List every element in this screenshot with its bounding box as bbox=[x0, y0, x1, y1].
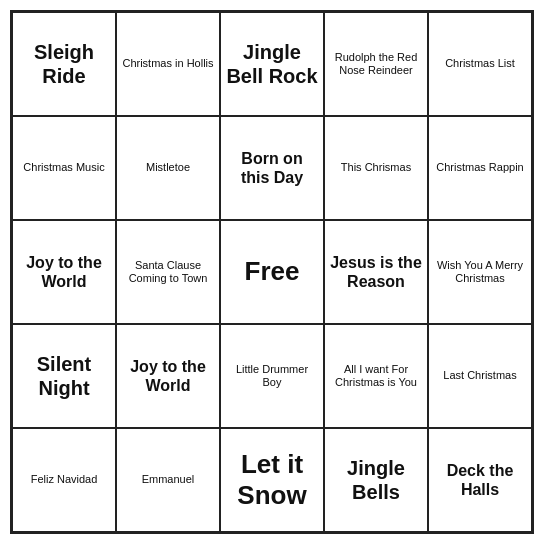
cell-r3c3[interactable]: All I want For Christmas is You bbox=[324, 324, 428, 428]
cell-r2c0[interactable]: Joy to the World bbox=[12, 220, 116, 324]
cell-r0c3[interactable]: Rudolph the Red Nose Reindeer bbox=[324, 12, 428, 116]
cell-label-r3c1: Joy to the World bbox=[121, 357, 215, 395]
cell-label-r2c3: Jesus is the Reason bbox=[329, 253, 423, 291]
cell-r4c3[interactable]: Jingle Bells bbox=[324, 428, 428, 532]
cell-r4c2[interactable]: Let it Snow bbox=[220, 428, 324, 532]
cell-r4c1[interactable]: Emmanuel bbox=[116, 428, 220, 532]
cell-label-r3c4: Last Christmas bbox=[443, 369, 516, 382]
cell-r1c2[interactable]: Born on this Day bbox=[220, 116, 324, 220]
cell-r0c4[interactable]: Christmas List bbox=[428, 12, 532, 116]
cell-label-r4c1: Emmanuel bbox=[142, 473, 195, 486]
cell-label-r0c2: Jingle Bell Rock bbox=[225, 40, 319, 88]
cell-r0c0[interactable]: Sleigh Ride bbox=[12, 12, 116, 116]
cell-r3c0[interactable]: Silent Night bbox=[12, 324, 116, 428]
cell-r1c4[interactable]: Christmas Rappin bbox=[428, 116, 532, 220]
cell-label-r0c0: Sleigh Ride bbox=[17, 40, 111, 88]
cell-label-r1c0: Christmas Music bbox=[23, 161, 104, 174]
cell-r2c1[interactable]: Santa Clause Coming to Town bbox=[116, 220, 220, 324]
cell-label-r1c4: Christmas Rappin bbox=[436, 161, 523, 174]
cell-r1c0[interactable]: Christmas Music bbox=[12, 116, 116, 220]
cell-r4c4[interactable]: Deck the Halls bbox=[428, 428, 532, 532]
cell-label-r1c2: Born on this Day bbox=[225, 149, 319, 187]
cell-r2c3[interactable]: Jesus is the Reason bbox=[324, 220, 428, 324]
cell-r3c2[interactable]: Little Drummer Boy bbox=[220, 324, 324, 428]
cell-r1c3[interactable]: This Chrismas bbox=[324, 116, 428, 220]
cell-label-r4c0: Feliz Navidad bbox=[31, 473, 98, 486]
bingo-card: Sleigh RideChristmas in HollisJingle Bel… bbox=[10, 10, 534, 534]
cell-r4c0[interactable]: Feliz Navidad bbox=[12, 428, 116, 532]
cell-label-r2c2: Free bbox=[245, 256, 300, 287]
cell-r1c1[interactable]: Mistletoe bbox=[116, 116, 220, 220]
cell-r2c4[interactable]: Wish You A Merry Christmas bbox=[428, 220, 532, 324]
cell-r2c2[interactable]: Free bbox=[220, 220, 324, 324]
cell-label-r2c0: Joy to the World bbox=[17, 253, 111, 291]
cell-label-r3c3: All I want For Christmas is You bbox=[329, 363, 423, 389]
cell-r3c4[interactable]: Last Christmas bbox=[428, 324, 532, 428]
cell-label-r0c3: Rudolph the Red Nose Reindeer bbox=[329, 51, 423, 77]
cell-label-r1c1: Mistletoe bbox=[146, 161, 190, 174]
cell-label-r0c1: Christmas in Hollis bbox=[122, 57, 213, 70]
cell-r3c1[interactable]: Joy to the World bbox=[116, 324, 220, 428]
cell-label-r4c2: Let it Snow bbox=[225, 449, 319, 511]
cell-label-r4c4: Deck the Halls bbox=[433, 461, 527, 499]
cell-r0c1[interactable]: Christmas in Hollis bbox=[116, 12, 220, 116]
cell-label-r4c3: Jingle Bells bbox=[329, 456, 423, 504]
cell-label-r1c3: This Chrismas bbox=[341, 161, 411, 174]
cell-label-r3c2: Little Drummer Boy bbox=[225, 363, 319, 389]
cell-r0c2[interactable]: Jingle Bell Rock bbox=[220, 12, 324, 116]
cell-label-r0c4: Christmas List bbox=[445, 57, 515, 70]
cell-label-r2c4: Wish You A Merry Christmas bbox=[433, 259, 527, 285]
cell-label-r2c1: Santa Clause Coming to Town bbox=[121, 259, 215, 285]
cell-label-r3c0: Silent Night bbox=[17, 352, 111, 400]
